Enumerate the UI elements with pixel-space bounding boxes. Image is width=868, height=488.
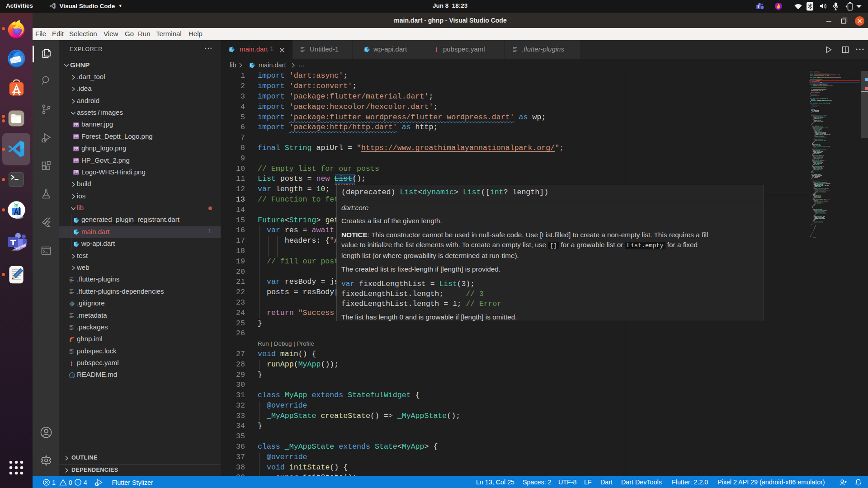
svg-text:!: ! (435, 46, 438, 53)
svg-text:!: ! (71, 360, 73, 367)
